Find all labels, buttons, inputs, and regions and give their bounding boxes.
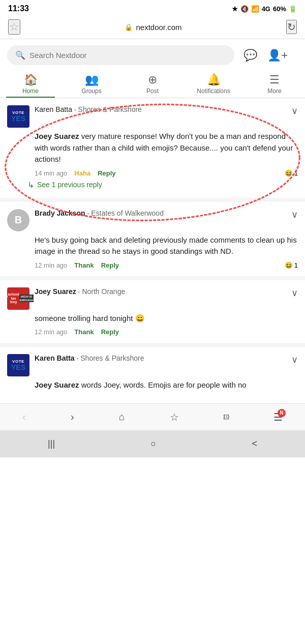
avatar-karen-batta-2: VOTE YES: [7, 354, 29, 376]
top-nav: 🏠 Home 👥 Groups ⊕ Post 🔔 Notifications ☰…: [0, 69, 305, 98]
reply-body-3: Joey Suarez words Joey, words. Emojis ar…: [7, 379, 298, 391]
avatar-joey-suarez: No to school tax levy HIGH IS ENOUGH: [7, 287, 29, 310]
browser-bar: ☆ 🔒 nextdoor.com ↻: [0, 15, 305, 39]
forward-button[interactable]: ›: [66, 409, 79, 425]
chevron-down-icon-1[interactable]: ∨: [291, 105, 298, 116]
nav-item-groups[interactable]: 👥 Groups: [61, 69, 122, 98]
nav-actions: 💬 👤+: [238, 47, 298, 64]
nav-item-more[interactable]: ☰ More: [244, 69, 305, 98]
notification-badge: N: [278, 409, 286, 417]
reply-body-1: He's busy going back and deleting previo…: [7, 235, 298, 257]
signal-label: 4G: [262, 5, 270, 13]
reply-header-3: VOTE YES Karen Batta · Shores & Parkshor…: [7, 354, 298, 376]
android-nav: ||| ○ <: [0, 430, 305, 457]
post-meta-1: Karen Batta · Shores & Parkshore: [35, 105, 286, 113]
android-home-button[interactable]: ○: [142, 436, 164, 451]
reply-card-1: B Brady Jackson · Estates of Walkerwood …: [0, 202, 305, 276]
chevron-down-icon-reply-3[interactable]: ∨: [291, 354, 298, 365]
post-icon: ⊕: [148, 73, 157, 86]
bookmark-button[interactable]: ☆: [8, 19, 20, 35]
mute-icon: 🔇: [240, 5, 249, 13]
chevron-down-icon-reply-1[interactable]: ∨: [291, 209, 298, 220]
add-neighbor-button[interactable]: 👤+: [262, 47, 293, 64]
nav-label-post: Post: [146, 87, 159, 95]
reply-time-1: 12 min ago: [35, 261, 67, 269]
back-button[interactable]: ‹: [17, 409, 31, 425]
messages-button[interactable]: 💬: [238, 47, 262, 64]
lock-icon: 🔒: [125, 23, 133, 31]
favorites-button[interactable]: ☆: [165, 409, 184, 425]
battery-icon: 🔋: [289, 5, 297, 13]
menu-button[interactable]: ☰ N: [268, 409, 288, 425]
avatar-brady-jackson: B: [7, 209, 29, 231]
see-previous-replies-1[interactable]: ↳ See 1 previous reply: [7, 180, 298, 194]
emoji-reaction-1: 😆 1: [285, 169, 298, 177]
nav-label-notifications: Notifications: [197, 87, 230, 95]
nav-label-groups: Groups: [81, 87, 101, 95]
chevron-down-icon-reply-2[interactable]: ∨: [291, 287, 298, 299]
tabs-button[interactable]: □ 10: [219, 411, 234, 424]
home-button[interactable]: ⌂: [114, 409, 130, 425]
url-bar[interactable]: 🔒 nextdoor.com: [125, 23, 181, 32]
reply-time-2: 12 min ago: [35, 328, 67, 336]
post-header-1: VOTE YES Karen Batta · Shores & Parkshor…: [7, 105, 298, 128]
reply-button-1[interactable]: Reply: [98, 169, 115, 177]
feed: VOTE YES Karen Batta · Shores & Parkshor…: [0, 98, 305, 399]
reaction-emoji-r1: 😆: [285, 261, 293, 269]
avatar-karen-batta: VOTE YES: [7, 105, 29, 128]
notifications-icon: 🔔: [207, 73, 221, 86]
search-input[interactable]: [29, 51, 226, 60]
reply-meta-2: Joey Suarez · North Orange: [35, 287, 286, 296]
wifi-icon: 📶: [251, 5, 259, 13]
reply-author-1: Brady Jackson · Estates of Walkerwood: [35, 209, 286, 217]
nav-label-home: Home: [22, 87, 39, 95]
reply-actions-1: 12 min ago Thank Reply 😆 1: [7, 261, 298, 269]
android-back-button[interactable]: <: [243, 436, 265, 451]
groups-icon: 👥: [85, 73, 99, 86]
battery-label: 60%: [273, 5, 286, 13]
search-bar[interactable]: 🔍: [7, 45, 234, 65]
reply-meta-3: Karen Batta · Shores & Parkshore: [35, 354, 286, 362]
search-area: 🔍 💬 👤+: [0, 39, 305, 69]
reply-author-2: Joey Suarez · North Orange: [35, 287, 286, 296]
post-time-1: 14 min ago: [35, 169, 67, 177]
refresh-button[interactable]: ↻: [286, 20, 297, 34]
reply-meta-1: Brady Jackson · Estates of Walkerwood: [35, 209, 286, 217]
reply-header-1: B Brady Jackson · Estates of Walkerwood …: [7, 209, 298, 231]
post-body-1: Joey Suarez very mature response! Why do…: [7, 131, 298, 165]
post-author-1: Karen Batta · Shores & Parkshore: [35, 105, 286, 113]
status-icons: ★ 🔇 📶 4G 60% 🔋: [232, 5, 297, 13]
search-icon: 🔍: [15, 50, 25, 60]
emoji-reaction-r1: 😆 1: [285, 261, 298, 269]
bluetooth-icon: ★: [232, 5, 238, 13]
status-bar: 11:33 ★ 🔇 📶 4G 60% 🔋: [0, 0, 305, 15]
reaction-count-r1: 1: [294, 261, 298, 269]
nav-label-more: More: [267, 87, 281, 95]
status-time: 11:33: [8, 4, 29, 13]
reply-card-2: No to school tax levy HIGH IS ENOUGH Joe…: [0, 280, 305, 343]
thank-button-2[interactable]: Thank: [74, 328, 94, 336]
reaction-emoji-1: 😆: [285, 169, 293, 177]
nav-item-post[interactable]: ⊕ Post: [122, 69, 183, 98]
thank-button-1[interactable]: Thank: [74, 261, 94, 269]
reply-body-2: someone trolling hard tonight 😀: [7, 313, 298, 325]
reply-button-r2[interactable]: Reply: [101, 328, 119, 336]
reply-author-3: Karen Batta · Shores & Parkshore: [35, 354, 286, 362]
reply-header-2: No to school tax levy HIGH IS ENOUGH Joe…: [7, 287, 298, 310]
reply-actions-2: 12 min ago Thank Reply: [7, 328, 298, 336]
haha-button-1[interactable]: Haha: [74, 169, 90, 177]
android-recent-button[interactable]: |||: [40, 436, 63, 451]
reaction-count-1: 1: [294, 169, 298, 177]
nav-item-home[interactable]: 🏠 Home: [0, 69, 61, 98]
post-actions-1: 14 min ago Haha Reply 😆 1: [7, 169, 298, 177]
home-icon: 🏠: [24, 73, 38, 86]
more-icon: ☰: [269, 73, 280, 86]
bottom-nav: ‹ › ⌂ ☆ □ 10 ☰ N: [0, 403, 305, 430]
reply-card-3: VOTE YES Karen Batta · Shores & Parkshor…: [0, 347, 305, 399]
reply-arrow-icon: ↳: [27, 180, 34, 190]
post-card-1: VOTE YES Karen Batta · Shores & Parkshor…: [0, 98, 305, 198]
url-text: nextdoor.com: [136, 23, 181, 32]
reply-button-r1[interactable]: Reply: [101, 261, 119, 269]
nav-item-notifications[interactable]: 🔔 Notifications: [183, 69, 244, 98]
